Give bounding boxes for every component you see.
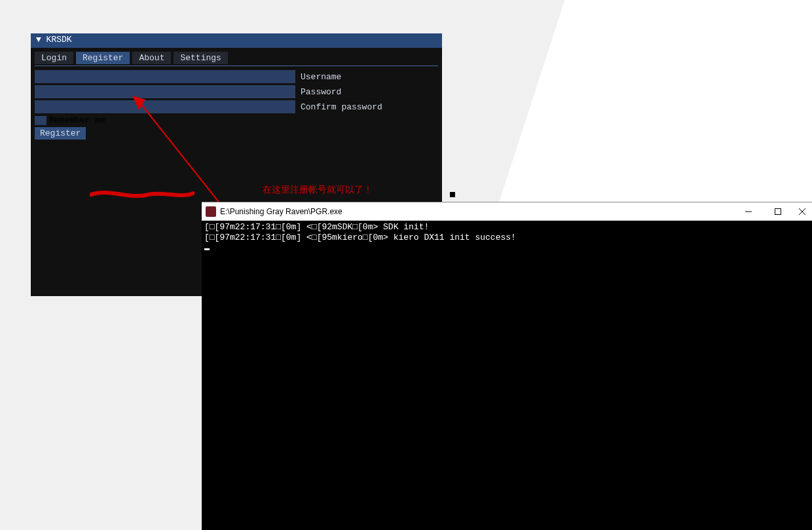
console-line: [□[97m22:17:31□[0m] <□[92mSDK□[0m> SDK i… <box>204 222 429 232</box>
close-button[interactable] <box>792 202 812 220</box>
tab-about[interactable]: About <box>132 52 171 64</box>
remember-me-checkbox[interactable] <box>35 116 46 125</box>
minimize-button[interactable] <box>733 202 763 220</box>
console-title-text: E:\Punishing Gray Raven\PGR.exe <box>220 207 733 216</box>
scribble-underline-icon <box>90 187 194 201</box>
maximize-button[interactable] <box>763 202 792 220</box>
console-window: E:\Punishing Gray Raven\PGR.exe [□[97m22… <box>202 202 812 530</box>
panel-title[interactable]: ▼ KRSDK <box>31 33 442 48</box>
tab-register[interactable]: Register <box>76 52 130 64</box>
confirm-password-input[interactable] <box>35 100 295 113</box>
console-app-icon <box>206 206 216 217</box>
small-black-square <box>450 192 455 197</box>
confirm-password-label: Confirm password <box>301 102 382 112</box>
console-line: [□[97m22:17:31□[0m] <□[95mkiero□[0m> kie… <box>204 233 516 242</box>
svg-rect-3 <box>775 208 781 214</box>
console-output[interactable]: [□[97m22:17:31□[0m] <□[92mSDK□[0m> SDK i… <box>202 221 812 255</box>
password-label: Password <box>301 87 341 97</box>
password-input[interactable] <box>35 85 295 98</box>
console-cursor-icon <box>204 248 210 250</box>
tab-bar: Login Register About Settings <box>35 52 438 66</box>
tab-login[interactable]: Login <box>35 52 73 64</box>
annotation-text: 在这里注册帐号就可以了！ <box>263 184 373 196</box>
register-button[interactable]: Register <box>35 127 86 140</box>
remember-me-label: Remember me <box>49 115 105 125</box>
username-input[interactable] <box>35 70 295 83</box>
console-titlebar[interactable]: E:\Punishing Gray Raven\PGR.exe <box>202 202 812 221</box>
tab-settings[interactable]: Settings <box>174 52 227 64</box>
username-label: Username <box>301 72 341 82</box>
